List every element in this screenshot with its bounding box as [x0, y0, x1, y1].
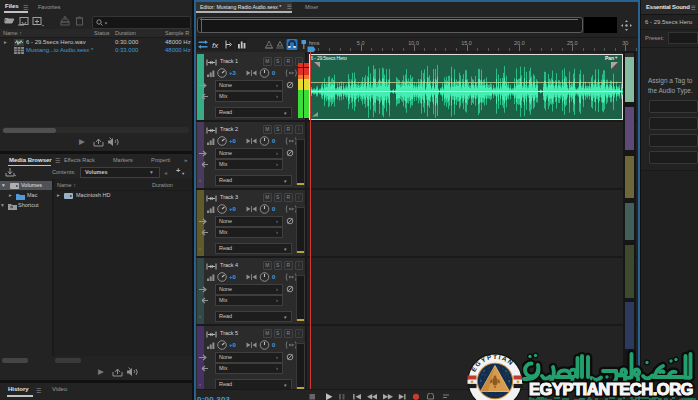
svg-text:fx: fx — [212, 41, 219, 50]
